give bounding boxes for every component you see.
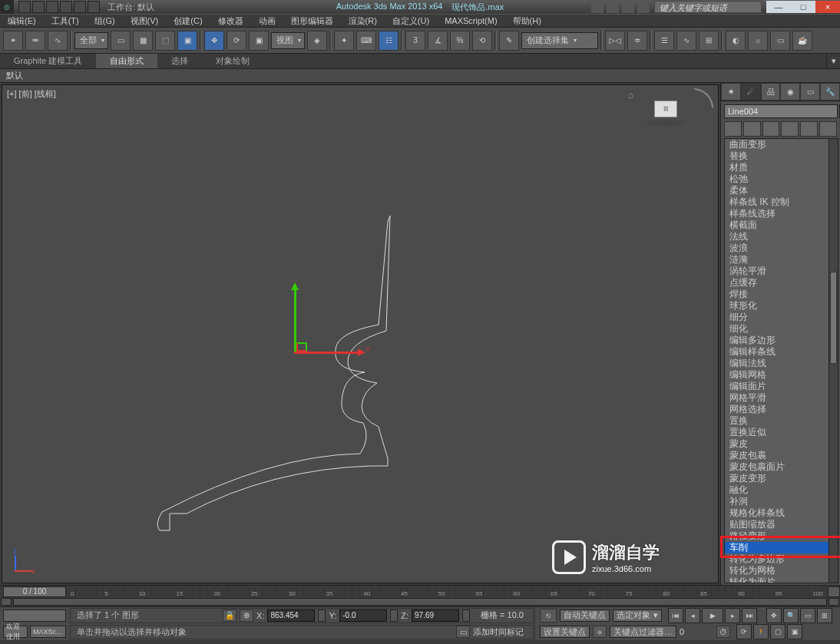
time-tag-icon[interactable]: ▭ — [456, 626, 470, 638]
infocenter-signin-icon[interactable] — [607, 1, 619, 13]
viewport-label[interactable]: [+] [前] [线框] — [7, 88, 56, 100]
trackbar-left-icon[interactable] — [1, 598, 12, 606]
nav-zoom-icon[interactable]: 🔍 — [783, 608, 799, 623]
scale-icon[interactable]: ▣ — [249, 31, 269, 51]
ribbon-sub-label[interactable]: 默认 — [6, 70, 23, 81]
nav-zoomall-icon[interactable]: ⊞ — [817, 608, 832, 623]
trackbar-scroll[interactable] — [13, 598, 827, 606]
modifier-list-item[interactable]: 横截面 — [725, 220, 838, 231]
modifier-list-item[interactable]: 网格平滑 — [725, 392, 838, 404]
snap3-icon[interactable]: 3 — [405, 31, 425, 51]
modifier-list-item[interactable]: 车削 — [725, 542, 838, 553]
menu-item[interactable]: 图形编辑器 — [283, 15, 341, 27]
modifier-bar-make-icon[interactable] — [781, 121, 799, 137]
coord-z-input[interactable]: 97.69 — [412, 609, 459, 622]
cmd-tab-modify-icon[interactable]: ☄ — [741, 83, 761, 101]
modifier-list-item[interactable]: 法线 — [725, 231, 838, 243]
lock-icon[interactable]: 🔒 — [223, 609, 236, 622]
prev-frame-icon[interactable]: ◂ — [685, 608, 700, 623]
material-icon[interactable]: ◐ — [726, 31, 746, 51]
infocenter-search-icon[interactable] — [591, 1, 604, 13]
viewport-rotate-arc-icon[interactable] — [693, 88, 713, 108]
rotate-icon[interactable]: ⟳ — [227, 31, 246, 51]
goto-end-icon[interactable]: ⏭ — [742, 608, 757, 623]
modifier-list-item[interactable]: 转化为多边形 — [725, 553, 838, 565]
time-config2-icon[interactable]: ⏱ — [716, 626, 730, 638]
key-filters-button[interactable]: 关键点过滤器… — [610, 626, 676, 638]
select-region-icon[interactable]: ⬚ — [155, 31, 175, 51]
listener-mini[interactable] — [3, 609, 66, 622]
ribbon-tab[interactable]: 选择 — [157, 54, 202, 68]
modifier-list-item[interactable]: 球形化 — [725, 300, 838, 312]
cmd-tab-display-icon[interactable]: ▭ — [800, 83, 820, 101]
menu-item[interactable]: 视图(V) — [123, 15, 167, 27]
time-config-icon[interactable] — [828, 586, 840, 597]
modifier-list-item[interactable]: 编辑多边形 — [725, 335, 838, 346]
modifier-list-item[interactable]: 规格化样条线 — [725, 507, 838, 519]
modifier-list-item[interactable]: 材质 — [725, 162, 838, 173]
modifier-list[interactable]: 曲面变形替换材质松弛柔体样条线 IK 控制样条线选择横截面法线波浪涟漪涡轮平滑点… — [724, 138, 838, 583]
render-setup-icon[interactable]: ☼ — [748, 31, 768, 51]
modifier-bar-stack-icon[interactable] — [743, 121, 761, 137]
cmd-tab-motion-icon[interactable]: ◉ — [780, 83, 800, 101]
ribbon-tab[interactable]: 对象绘制 — [202, 54, 263, 68]
modifier-list-item[interactable]: 融化 — [725, 484, 838, 496]
modifier-list-item[interactable]: 置换 — [725, 415, 838, 427]
nav-orbit-icon[interactable]: ⟳ — [736, 624, 752, 639]
modifier-list-item[interactable]: 编辑网格 — [725, 369, 838, 381]
link-icon[interactable]: ⚭ — [3, 31, 23, 51]
goto-start-icon[interactable]: ⏮ — [668, 608, 683, 623]
cmd-tab-utilities-icon[interactable]: 🔧 — [820, 83, 840, 101]
align-icon[interactable]: ≑ — [627, 31, 647, 51]
key-icon[interactable]: ⎆ — [593, 626, 607, 638]
window-crossing-icon[interactable]: ▣ — [177, 31, 197, 51]
schematic-icon[interactable]: ⊞ — [699, 31, 719, 51]
viewcube-face[interactable]: 前 — [654, 101, 677, 117]
menu-item[interactable]: 修改器 — [210, 15, 251, 27]
trackbar[interactable] — [0, 597, 840, 606]
coord-x-input[interactable]: 863.454 — [267, 609, 315, 622]
nav-fov-icon[interactable]: ▭ — [800, 608, 815, 623]
ribbon-tab[interactable]: Graphite 建模工具 — [0, 54, 96, 68]
render-frame-icon[interactable]: ▭ — [770, 31, 790, 51]
ref-coord-combo[interactable]: 视图▾ — [271, 32, 305, 49]
anglesnap-icon[interactable]: ∡ — [428, 31, 448, 51]
curve-icon[interactable]: ∿ — [676, 31, 696, 51]
modifier-list-item[interactable]: 置换近似 — [725, 427, 838, 438]
selection-filter-combo[interactable]: 全部▾ — [74, 32, 108, 49]
modifier-list-scrollbar[interactable] — [828, 139, 838, 583]
selected-obj-combo[interactable]: 选定对象▾ — [613, 609, 662, 622]
gizmo-x-axis-icon[interactable] — [294, 352, 363, 354]
modifier-list-item[interactable]: 转化为网格 — [725, 565, 838, 576]
percentsnap-icon[interactable]: % — [450, 31, 470, 51]
modifier-bar-remove-icon[interactable] — [800, 121, 818, 137]
modifier-list-item[interactable]: 蒙皮 — [725, 438, 838, 450]
modifier-list-item[interactable]: 补洞 — [725, 496, 838, 507]
infocenter-exchange-icon[interactable] — [622, 1, 634, 13]
editnamed-icon[interactable]: ✎ — [499, 31, 519, 51]
ribbon-tab[interactable]: 自由形式 — [96, 54, 157, 68]
modifier-list-item[interactable]: 路径变形 — [725, 530, 838, 542]
unlink-icon[interactable]: ⚮ — [25, 31, 45, 51]
maxscript-chip[interactable]: MAXSc… — [30, 626, 66, 638]
cmd-tab-create-icon[interactable]: ✷ — [721, 83, 741, 101]
modifier-list-item[interactable]: 细化 — [725, 323, 838, 335]
time-slider-track[interactable]: 0510152025303540455055606570758085909510… — [69, 587, 825, 596]
time-slider-thumb[interactable]: 0 / 100 — [3, 586, 66, 597]
scrollbar-thumb[interactable] — [830, 272, 837, 364]
window-close-button[interactable]: × — [815, 1, 840, 13]
menu-item[interactable]: 渲染(R) — [341, 15, 385, 27]
layers-icon[interactable]: ☰ — [654, 31, 674, 51]
menu-item[interactable]: 工具(T) — [44, 15, 87, 27]
infocenter-search-input[interactable]: 键入关键字或短语 — [654, 1, 762, 13]
modifier-list-item[interactable]: 转化为面片 — [725, 576, 838, 583]
modifier-list-item[interactable]: 蒙皮包裹 — [725, 450, 838, 461]
autokey-button[interactable]: 自动关键点 — [560, 609, 610, 622]
modifier-bar-pin-icon[interactable] — [724, 121, 742, 137]
menu-item[interactable]: 帮助(H) — [505, 15, 549, 27]
qat-save-icon[interactable] — [46, 1, 58, 13]
modifier-list-item[interactable]: 蒙皮包裹面片 — [725, 461, 838, 473]
menu-item[interactable]: 创建(C) — [166, 15, 210, 27]
setkey-button[interactable]: 设置关键点 — [540, 626, 590, 638]
modifier-list-item[interactable]: 样条线选择 — [725, 208, 838, 220]
